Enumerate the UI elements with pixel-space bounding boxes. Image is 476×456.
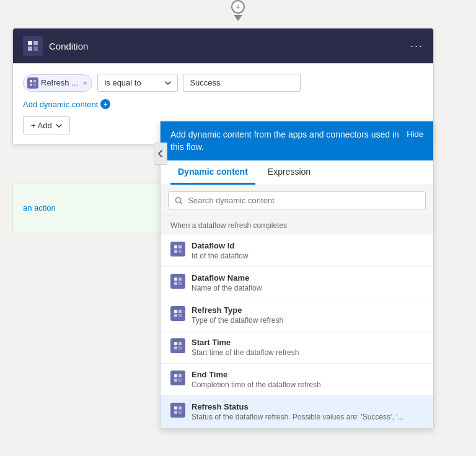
end-time-icon bbox=[170, 370, 185, 385]
dynamic-items-list: Dataflow Id Id of the dataflow Dataflow … bbox=[161, 235, 433, 428]
svg-rect-6 bbox=[30, 84, 32, 86]
search-icon bbox=[175, 196, 183, 205]
svg-rect-5 bbox=[33, 80, 36, 82]
dynamic-item-start-time[interactable]: Start Time Start time of the dataflow re… bbox=[161, 331, 433, 364]
add-step-top-button[interactable]: + bbox=[231, 0, 245, 14]
token-label: Refresh ... bbox=[41, 78, 78, 87]
svg-rect-9 bbox=[174, 245, 177, 248]
dataflow-name-icon bbox=[170, 274, 185, 289]
svg-rect-16 bbox=[178, 282, 182, 285]
condition-header: Condition ··· bbox=[13, 28, 433, 64]
svg-rect-32 bbox=[178, 411, 182, 414]
svg-rect-26 bbox=[178, 374, 182, 377]
svg-rect-3 bbox=[33, 46, 38, 51]
search-box bbox=[168, 191, 426, 209]
panel-search-area bbox=[161, 185, 433, 216]
panel-header-text: Add dynamic content from the apps and co… bbox=[170, 129, 399, 153]
svg-rect-25 bbox=[174, 374, 177, 377]
svg-rect-10 bbox=[178, 245, 182, 248]
dynamic-content-panel: Add dynamic content from the apps and co… bbox=[160, 121, 434, 429]
dataflow-name-text: Dataflow Name Name of the dataflow bbox=[192, 273, 423, 292]
dataflow-id-text: Dataflow Id Id of the dataflow bbox=[192, 241, 423, 260]
search-input[interactable] bbox=[188, 196, 419, 205]
panel-header: Add dynamic content from the apps and co… bbox=[161, 121, 433, 160]
refresh-status-icon bbox=[170, 403, 185, 418]
svg-rect-23 bbox=[174, 346, 177, 349]
condition-row: Refresh ... × is equal to bbox=[23, 74, 423, 92]
condition-operator-dropdown[interactable]: is equal to bbox=[97, 74, 178, 92]
svg-rect-14 bbox=[178, 278, 182, 281]
svg-rect-13 bbox=[174, 278, 177, 281]
end-time-text: End Time Completion time of the dataflow… bbox=[192, 370, 423, 389]
refresh-token-chip[interactable]: Refresh ... × bbox=[23, 74, 92, 92]
dynamic-item-refresh-status[interactable]: Refresh Status Status of the dataflow re… bbox=[161, 396, 433, 428]
svg-rect-27 bbox=[174, 379, 177, 382]
arrow-down-icon bbox=[234, 15, 242, 21]
svg-rect-20 bbox=[178, 314, 182, 317]
tab-expression[interactable]: Expression bbox=[260, 160, 318, 185]
svg-rect-4 bbox=[30, 80, 32, 82]
true-branch-action-link[interactable]: an action bbox=[23, 203, 56, 213]
svg-rect-18 bbox=[178, 310, 182, 313]
refresh-type-text: Refresh Type Type of the dataflow refres… bbox=[192, 305, 423, 325]
collapse-panel-button[interactable] bbox=[154, 142, 167, 165]
condition-title: Condition bbox=[49, 41, 410, 51]
add-dynamic-badge: + bbox=[100, 99, 110, 109]
panel-hide-button[interactable]: Hide bbox=[407, 129, 423, 139]
svg-rect-7 bbox=[33, 84, 36, 86]
svg-rect-0 bbox=[28, 41, 32, 45]
svg-rect-31 bbox=[174, 411, 177, 414]
operator-value: is equal to bbox=[104, 78, 141, 87]
dataflow-id-icon bbox=[170, 242, 185, 256]
svg-rect-21 bbox=[174, 342, 177, 345]
flow-canvas: + Condition ··· bbox=[0, 0, 476, 456]
token-chip-icon bbox=[27, 77, 38, 89]
top-connector: + bbox=[231, 0, 245, 21]
condition-icon bbox=[23, 36, 43, 56]
section-label: When a dataflow refresh completes bbox=[161, 216, 433, 235]
svg-rect-28 bbox=[178, 379, 182, 382]
tab-dynamic-content[interactable]: Dynamic content bbox=[170, 160, 255, 185]
svg-rect-12 bbox=[178, 250, 182, 253]
start-time-icon bbox=[170, 338, 185, 353]
svg-rect-29 bbox=[174, 406, 177, 410]
dynamic-item-refresh-type[interactable]: Refresh Type Type of the dataflow refres… bbox=[161, 299, 433, 331]
svg-rect-17 bbox=[174, 310, 177, 313]
start-time-text: Start Time Start time of the dataflow re… bbox=[192, 338, 423, 357]
refresh-type-icon bbox=[170, 306, 185, 321]
svg-rect-19 bbox=[174, 314, 177, 317]
svg-rect-11 bbox=[174, 250, 177, 253]
condition-menu-button[interactable]: ··· bbox=[410, 40, 423, 53]
add-dynamic-label: Add dynamic content bbox=[23, 100, 98, 109]
svg-rect-2 bbox=[28, 46, 32, 51]
dynamic-item-dataflow-name[interactable]: Dataflow Name Name of the dataflow bbox=[161, 267, 433, 299]
add-button-label: + Add bbox=[31, 121, 52, 130]
svg-rect-1 bbox=[33, 41, 38, 45]
svg-rect-30 bbox=[178, 406, 182, 410]
add-button[interactable]: + Add bbox=[23, 116, 70, 134]
svg-rect-15 bbox=[174, 282, 177, 285]
add-dynamic-content-link[interactable]: Add dynamic content + bbox=[23, 99, 423, 109]
svg-rect-22 bbox=[178, 342, 182, 345]
panel-tabs: Dynamic content Expression bbox=[161, 160, 433, 185]
condition-value-input[interactable] bbox=[183, 74, 301, 92]
refresh-status-text: Refresh Status Status of the dataflow re… bbox=[192, 402, 423, 421]
dynamic-item-dataflow-id[interactable]: Dataflow Id Id of the dataflow bbox=[161, 235, 433, 267]
dynamic-item-end-time[interactable]: End Time Completion time of the dataflow… bbox=[161, 364, 433, 396]
svg-rect-24 bbox=[178, 346, 182, 349]
token-close-button[interactable]: × bbox=[83, 79, 87, 87]
